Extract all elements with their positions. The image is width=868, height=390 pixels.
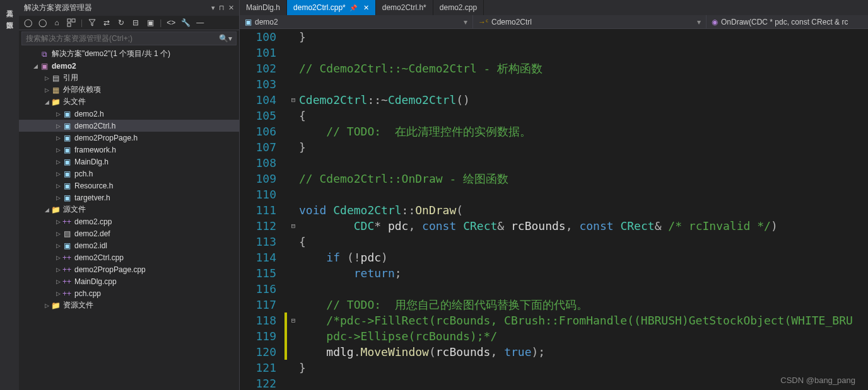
code-line[interactable]: // TODO: 用您自己的绘图代码替换下面的代码。 [299,297,868,313]
tree-node[interactable]: ◢📁源文件 [19,204,239,215]
expander-icon[interactable]: ▷ [54,231,62,237]
tree-node[interactable]: ▷▣MainDlg.h [19,156,239,168]
editor-tab[interactable]: demo2Ctrl.cpp*📌✕ [287,0,376,15]
tree-node[interactable]: ▷++demo2.cpp [19,215,239,227]
tree-node[interactable]: ▷▣framework.h [19,144,239,156]
panel-pin-icon[interactable]: ⊓ [219,4,225,12]
tree-node[interactable]: ▷++pch.cpp [19,287,239,299]
code-line[interactable]: } [299,139,868,155]
tree-node[interactable]: ▷▣demo2.idl [19,239,239,251]
expander-icon[interactable]: ▷ [54,159,62,165]
tree-node[interactable]: ◢▣demo2 [19,60,239,72]
pin-icon[interactable]: 📌 [349,4,357,11]
expander-icon[interactable]: ▷ [54,219,62,225]
vtab-datasource[interactable]: 数据源 [4,13,16,20]
fold-icon[interactable]: ⊟ [288,313,299,328]
expander-icon[interactable]: ◢ [43,207,50,213]
tree-node[interactable]: ▷▣demo2Ctrl.h [19,120,239,132]
tree-node[interactable]: ▷▤引用 [19,72,239,84]
panel-menu-icon[interactable]: ▾ [211,4,215,12]
code-line[interactable]: Cdemo2Ctrl::~Cdemo2Ctrl() [299,92,868,108]
tree-node[interactable]: ▷▣Resource.h [19,180,239,192]
expander-icon[interactable]: ▷ [43,302,50,309]
forward-icon[interactable]: ◯ [37,18,47,28]
wrench-icon[interactable]: — [195,18,205,28]
expander-icon[interactable]: ▷ [54,195,62,201]
code-line[interactable]: CDC* pdc, const CRect& rcBounds, const C… [299,218,868,234]
code-line[interactable]: void Cdemo2Ctrl::OnDraw( [299,202,868,218]
code-line[interactable]: /*pdc->FillRect(rcBounds, CBrush::FromHa… [299,313,868,328]
refresh-icon[interactable]: ↻ [116,18,126,28]
code-line[interactable]: mdlg.MoveWindow(rcBounds, true); [299,344,868,360]
code-editor[interactable]: 1001011021031041051061071081091101111121… [240,29,868,390]
tree-node[interactable]: ▷++demo2PropPage.cpp [19,263,239,275]
code-lines[interactable]: }// Cdemo2Ctrl::~Cdemo2Ctrl - 析构函数Cdemo2… [299,29,868,390]
tree-node[interactable]: ▷▣pch.h [19,168,239,180]
expander-icon[interactable]: ▷ [54,183,62,189]
code-line[interactable] [299,45,868,60]
expander-icon[interactable]: ▷ [54,278,62,285]
expander-icon[interactable]: ▷ [43,75,50,81]
collapse-icon[interactable]: ⊟ [131,18,141,28]
preview-icon[interactable]: 🔧 [180,18,191,28]
expander-icon[interactable]: ▷ [54,111,62,117]
code-line[interactable] [299,76,868,92]
code-line[interactable]: { [299,108,868,123]
expander-icon[interactable]: ▷ [54,135,62,141]
code-line[interactable]: // Cdemo2Ctrl::OnDraw - 绘图函数 [299,171,868,186]
code-line[interactable]: // Cdemo2Ctrl::~Cdemo2Ctrl - 析构函数 [299,60,868,76]
nav-class[interactable]: →ᶜCdemo2Ctrl▾ [473,15,707,28]
back-icon[interactable]: ◯ [23,18,33,28]
filter-icon[interactable] [87,18,97,28]
close-icon[interactable]: ✕ [363,4,369,12]
panel-close-icon[interactable]: ✕ [228,4,234,12]
tree-node[interactable]: ▷++MainDlg.cpp [19,275,239,287]
tree-node[interactable]: ▷++demo2Ctrl.cpp [19,251,239,263]
search-input[interactable] [26,34,219,43]
search-box[interactable]: 🔍▾ [21,32,237,45]
tree-node[interactable]: ◢📁头文件 [19,96,239,108]
code-line[interactable] [299,186,868,202]
tree-node[interactable]: ▷▣targetver.h [19,192,239,204]
expander-icon[interactable]: ▷ [54,255,62,261]
tree-node[interactable]: ▷▦外部依赖项 [19,84,239,96]
editor-tab[interactable]: MainDlg.h [240,0,287,15]
expander-icon[interactable]: ◢ [43,99,50,105]
tree-node[interactable]: ▷📁资源文件 [19,299,239,311]
code-line[interactable]: if (!pdc) [299,249,868,265]
tree-node[interactable]: ⧉解决方案"demo2"(1 个项目/共 1 个) [19,48,239,60]
expander-icon[interactable]: ◢ [32,63,39,69]
expander-icon[interactable]: ▷ [54,171,62,177]
expander-icon[interactable]: ▷ [54,243,62,249]
expander-icon[interactable]: ▷ [54,267,62,273]
vtab-toolbox[interactable]: 工具箱 [4,1,16,9]
code-line[interactable]: pdc->Ellipse(rcBounds);*/ [299,328,868,344]
tree-node[interactable]: ▷▣demo2PropPage.h [19,132,239,144]
properties-icon[interactable]: <> [166,18,176,28]
sync-icon[interactable]: ⇄ [102,18,112,28]
code-line[interactable]: } [299,29,868,45]
fold-icon[interactable]: ⊟ [288,218,299,234]
code-line[interactable]: } [299,360,868,376]
show-all-icon[interactable]: ▣ [145,18,155,28]
expander-icon[interactable]: ▷ [54,147,62,153]
line-number: 115 [240,265,276,281]
code-line[interactable] [299,281,868,297]
tree-node[interactable]: ▷▣demo2.h [19,108,239,120]
nav-scope[interactable]: ▣demo2▾ [240,15,473,28]
fold-icon[interactable]: ⊟ [288,92,299,108]
expander-icon[interactable]: ▷ [54,290,62,297]
switch-view-icon[interactable] [66,18,76,28]
editor-tab[interactable]: demo2Ctrl.h* [376,0,433,15]
code-line[interactable]: return; [299,265,868,281]
editor-tab[interactable]: demo2.cpp [433,0,484,15]
code-line[interactable]: { [299,234,868,249]
tree-node[interactable]: ▷▤demo2.def [19,227,239,239]
home-icon[interactable]: ⌂ [52,18,62,28]
expander-icon[interactable]: ▷ [54,123,62,129]
code-line[interactable] [299,155,868,171]
code-line[interactable]: // TODO: 在此清理控件的实例数据。 [299,123,868,139]
expander-icon[interactable]: ▷ [43,87,50,93]
search-icon[interactable]: 🔍▾ [219,34,232,43]
nav-function[interactable]: ◉OnDraw(CDC * pdc, const CRect & rc [707,15,868,28]
